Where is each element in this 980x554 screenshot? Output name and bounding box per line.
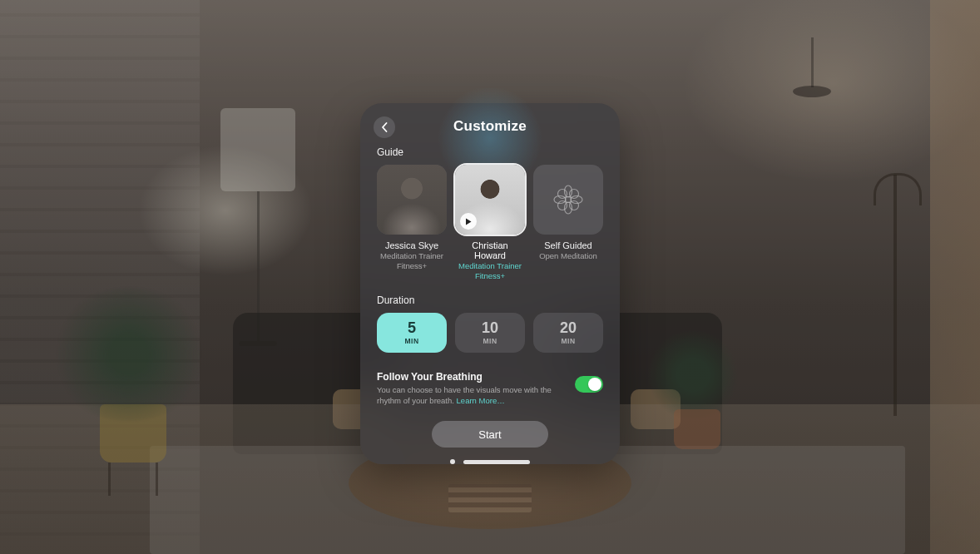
duration-option-20[interactable]: 20 MIN [533, 313, 603, 353]
duration-unit: MIN [404, 337, 418, 345]
guide-card-jessica[interactable]: Jessica Skye Meditation TrainerFitness+ [377, 165, 447, 281]
guide-subtitle: Meditation TrainerFitness+ [380, 251, 443, 271]
panel-title: Customize [453, 118, 527, 135]
breathing-description: You can choose to have the visuals move … [377, 385, 565, 407]
chevron-left-icon [381, 122, 389, 132]
duration-unit: MIN [483, 337, 497, 345]
toggle-knob [588, 378, 601, 391]
svg-point-6 [567, 187, 581, 200]
back-button[interactable] [374, 116, 395, 138]
duration-option-10[interactable]: 10 MIN [455, 313, 525, 353]
play-preview-button[interactable] [460, 213, 477, 230]
breathing-text: Follow Your Breathing You can choose to … [377, 371, 565, 407]
guide-name: Christian Howard [455, 240, 525, 260]
customize-panel: Customize Guide Jessica Skye Meditation … [360, 103, 620, 464]
duration-section-label: Duration [377, 294, 603, 306]
guide-subtitle: Meditation TrainerFitness+ [458, 261, 522, 281]
window-handle[interactable] [450, 459, 530, 464]
guide-section-label: Guide [377, 146, 603, 158]
guide-name: Self Guided [544, 240, 591, 250]
person-avatar [377, 165, 447, 235]
guide-thumb-jessica [377, 165, 447, 235]
play-icon [465, 218, 472, 225]
svg-point-7 [556, 199, 569, 212]
svg-point-1 [565, 185, 572, 197]
guide-name: Jessica Skye [385, 240, 438, 250]
guide-row: Jessica Skye Meditation TrainerFitness+ … [377, 165, 603, 281]
guide-card-self-guided[interactable]: Self Guided Open Meditation [533, 165, 603, 281]
svg-point-8 [567, 199, 581, 212]
guide-thumb-christian [455, 165, 525, 235]
duration-option-5[interactable]: 5 MIN [377, 313, 447, 353]
breathing-title: Follow Your Breathing [377, 371, 565, 383]
breathing-toggle[interactable] [575, 376, 603, 393]
guide-subtitle: Open Meditation [539, 251, 597, 261]
handle-grab-bar [463, 460, 530, 464]
guide-thumb-self-guided [533, 165, 603, 235]
duration-value: 5 [408, 320, 416, 335]
panel-header: Customize [377, 118, 603, 135]
start-button[interactable]: Start [432, 421, 548, 448]
breathing-section: Follow Your Breathing You can choose to … [377, 371, 603, 407]
svg-point-2 [565, 202, 572, 214]
handle-dot-icon [450, 459, 455, 464]
svg-point-3 [554, 196, 566, 204]
duration-unit: MIN [561, 337, 575, 345]
duration-value: 20 [560, 320, 577, 335]
svg-point-4 [571, 196, 582, 204]
flower-icon [552, 183, 585, 216]
duration-value: 10 [482, 320, 498, 335]
guide-card-christian[interactable]: Christian Howard Meditation TrainerFitne… [455, 165, 525, 281]
duration-row: 5 MIN 10 MIN 20 MIN [377, 313, 603, 353]
learn-more-link[interactable]: Learn More… [457, 396, 505, 405]
svg-point-5 [556, 187, 569, 200]
